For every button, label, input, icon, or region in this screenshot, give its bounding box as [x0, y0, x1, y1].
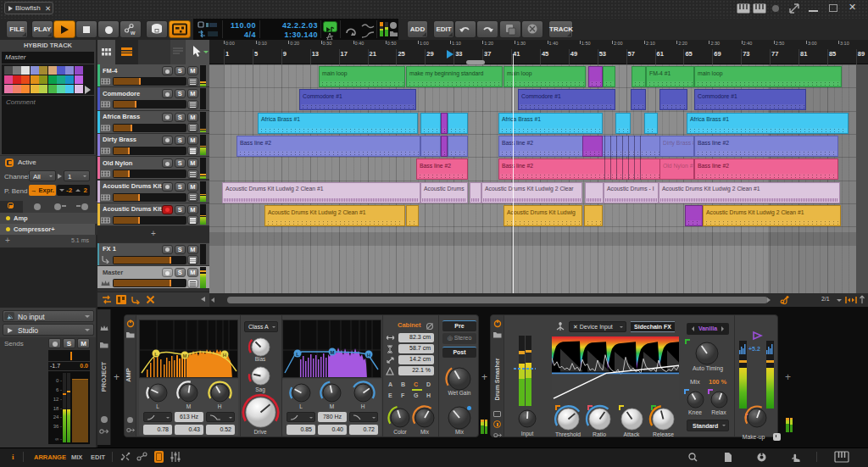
svg-text:H: H [223, 353, 226, 358]
svg-text:w: w [130, 30, 136, 36]
svg-text:M: M [183, 353, 187, 359]
svg-text:M: M [331, 350, 335, 355]
svg-text:H: H [367, 353, 370, 358]
svg-text:L: L [296, 352, 299, 357]
svg-text:L: L [154, 352, 158, 357]
